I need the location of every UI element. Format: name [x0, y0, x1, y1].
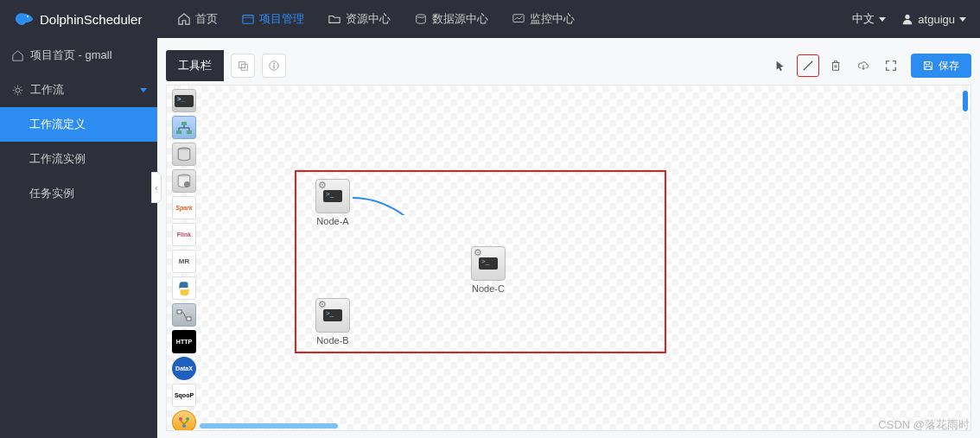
vertical-scrollbar[interactable] [963, 91, 968, 111]
sidebar-project-home[interactable]: 项目首页 - gmall [0, 38, 157, 73]
home-icon [12, 50, 23, 61]
dag-node-b[interactable]: Node-B [312, 298, 353, 346]
svg-point-4 [906, 15, 910, 19]
trash-icon [830, 60, 842, 72]
svg-rect-10 [273, 65, 274, 68]
info-icon [268, 60, 280, 72]
dag-canvas[interactable]: Spark Flink MR HTTP DataX SqooP [167, 86, 970, 430]
sidebar-workflow-inst-label: 工作流实例 [29, 151, 86, 167]
palette-spark[interactable]: Spark [172, 196, 196, 219]
toolbar-title: 工具栏 [166, 50, 224, 81]
nav-monitor-label: 监控中心 [530, 11, 575, 27]
line-icon [802, 60, 814, 72]
dag-toolbar: 工具栏 保存 [166, 50, 971, 81]
palette-shell[interactable] [172, 89, 196, 112]
chevron-down-icon [140, 88, 147, 92]
nav-project[interactable]: 项目管理 [230, 0, 316, 38]
nav-monitor[interactable]: 监控中心 [500, 0, 587, 38]
svg-point-2 [417, 15, 426, 18]
user-menu[interactable]: atguigu [901, 13, 966, 26]
pointer-icon [774, 60, 786, 72]
svg-point-19 [179, 417, 182, 421]
dag-node-a[interactable]: Node-A [312, 179, 353, 226]
palette-datax[interactable]: DataX [172, 357, 196, 380]
nav-datasource-label: 数据源中心 [432, 11, 488, 27]
folder-icon [328, 13, 340, 25]
copy-icon [237, 60, 249, 72]
palette-conditions[interactable] [172, 410, 196, 431]
chevron-down-icon [959, 17, 966, 22]
node-c-label: Node-C [468, 283, 509, 294]
save-icon [923, 60, 933, 71]
dag-canvas-container: Spark Flink MR HTTP DataX SqooP [166, 85, 971, 431]
dag-edges [167, 86, 426, 215]
nav-resource[interactable]: 资源中心 [316, 0, 403, 38]
svg-point-20 [186, 417, 189, 421]
sidebar-collapse-handle[interactable]: ‹ [151, 172, 162, 203]
delete-tool[interactable] [824, 54, 847, 77]
nav-home-label: 首页 [195, 11, 218, 27]
nav-home[interactable]: 首页 [166, 0, 230, 38]
home-icon [178, 13, 190, 25]
shell-task-icon [315, 298, 350, 333]
svg-rect-12 [176, 130, 181, 134]
svg-point-5 [16, 88, 20, 92]
main-area: ‹ 工具栏 保存 [157, 38, 980, 438]
horizontal-scrollbar[interactable] [200, 423, 338, 428]
pointer-tool[interactable] [769, 54, 792, 77]
palette-sqoop[interactable]: SqooP [172, 384, 196, 407]
gear-icon [12, 85, 23, 96]
fullscreen-tool[interactable] [880, 54, 902, 77]
nav-project-label: 项目管理 [259, 11, 304, 27]
line-tool[interactable] [797, 54, 819, 77]
node-a-label: Node-A [312, 216, 353, 226]
sidebar-workflow[interactable]: 工作流 [0, 73, 157, 107]
svg-point-16 [184, 181, 190, 187]
palette-subprocess[interactable] [172, 116, 196, 139]
sidebar-workflow-inst[interactable]: 工作流实例 [0, 142, 157, 176]
palette-sql[interactable] [172, 143, 196, 166]
download-tool[interactable] [852, 54, 875, 77]
topbar-right: 中文 atguigu [852, 11, 966, 27]
username-label: atguigu [918, 13, 955, 26]
monitor-icon [512, 13, 525, 25]
sidebar-task-inst-label: 任务实例 [29, 186, 74, 201]
palette-flink[interactable]: Flink [172, 223, 196, 246]
node-b-label: Node-B [312, 335, 353, 346]
brand-text: DolphinScheduler [40, 12, 142, 27]
cloud-download-icon [857, 60, 869, 72]
procedure-icon [176, 174, 192, 189]
top-navbar: DolphinScheduler 首页 项目管理 资源中心 数据源中心 监控中心… [0, 0, 980, 38]
sidebar-task-inst[interactable]: 任务实例 [0, 176, 157, 211]
language-selector[interactable]: 中文 [852, 11, 886, 27]
language-label: 中文 [852, 11, 875, 27]
svg-point-21 [182, 424, 186, 428]
sidebar-workflow-label: 工作流 [30, 82, 64, 98]
fullscreen-icon [885, 60, 897, 72]
python-icon [176, 281, 192, 296]
palette-mr[interactable]: MR [172, 250, 196, 273]
svg-rect-7 [241, 64, 247, 70]
palette-python[interactable] [172, 276, 196, 300]
dolphin-icon [14, 10, 35, 28]
svg-rect-13 [187, 130, 192, 134]
user-icon [901, 13, 913, 25]
palette-http[interactable]: HTTP [172, 330, 196, 353]
database-icon [176, 147, 192, 162]
sidebar-workflow-def[interactable]: 工作流定义 [0, 107, 157, 142]
nav-datasource[interactable]: 数据源中心 [403, 0, 500, 38]
palette-dependent[interactable] [172, 303, 196, 327]
save-button-label: 保存 [939, 59, 959, 73]
sidebar-workflow-def-label: 工作流定义 [29, 117, 86, 132]
nav-resource-label: 资源中心 [346, 11, 391, 27]
subprocess-icon [175, 121, 193, 135]
brand-logo[interactable]: DolphinScheduler [14, 10, 142, 28]
dag-node-c[interactable]: Node-C [468, 246, 509, 294]
sidebar-project-home-label: 项目首页 - gmall [30, 48, 112, 63]
save-button[interactable]: 保存 [911, 54, 971, 78]
svg-rect-17 [177, 310, 181, 314]
svg-rect-6 [239, 62, 245, 68]
toolbar-info-button[interactable] [262, 54, 286, 78]
toolbar-copy-button[interactable] [231, 54, 255, 78]
palette-procedure[interactable] [172, 169, 196, 193]
